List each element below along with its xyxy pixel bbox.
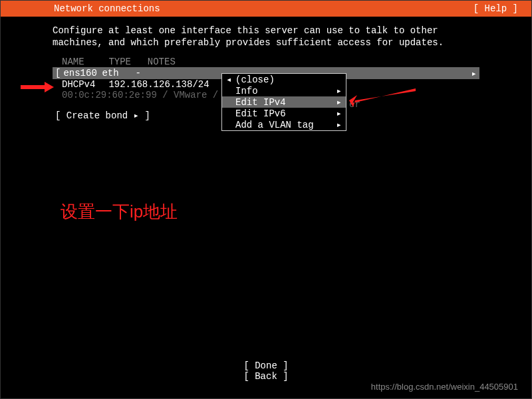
dhcp-value: 192.168.126.138/24 <box>108 79 209 90</box>
instructions-text: Configure at least one interface this se… <box>1 17 531 54</box>
page-title: Network connections <box>54 3 160 14</box>
watermark: https://blog.csdn.net/weixin_44505901 <box>371 382 518 392</box>
popup-add-vlan[interactable]: Add a VLAN tag ▸ <box>222 119 346 130</box>
done-button[interactable]: [ Done ] <box>1 360 531 371</box>
submenu-arrow-icon: ▸ <box>335 108 342 119</box>
header-bar: Network connections [ Help ] <box>1 1 531 17</box>
dhcp-label: DHCPv4 <box>62 79 103 90</box>
bracket-open: [ <box>53 68 63 78</box>
help-button[interactable]: [ Help ] <box>473 3 518 14</box>
back-arrow-icon: ◂ <box>226 74 235 85</box>
header-notes: NOTES <box>148 57 176 67</box>
header-name: NAME <box>62 57 103 67</box>
back-button[interactable]: [ Back ] <box>1 371 531 382</box>
popup-edit-ipv4[interactable]: Edit IPv4 ▸ <box>222 96 346 108</box>
footer: [ Done ] [ Back ] <box>1 360 531 382</box>
popup-close[interactable]: ◂ (close) <box>222 74 346 85</box>
annotation-arrow-left-icon <box>21 82 54 92</box>
popup-edit-ipv6-label: Edit IPv6 <box>235 108 335 119</box>
interface-type: eth <box>102 68 135 78</box>
popup-edit-ipv6[interactable]: Edit IPv6 ▸ <box>222 108 346 119</box>
expand-arrow-icon: ▸ <box>471 68 477 79</box>
popup-add-vlan-label: Add a VLAN tag <box>235 120 335 130</box>
submenu-arrow-icon: ▸ <box>335 96 342 108</box>
submenu-arrow-icon: ▸ <box>335 119 342 130</box>
popup-info-label: Info <box>235 86 335 96</box>
popup-info[interactable]: Info ▸ <box>222 85 346 96</box>
annotation-text: 设置一下ip地址 <box>61 200 178 223</box>
table-headers: NAME TYPE NOTES <box>53 57 479 67</box>
interface-name: ens160 <box>63 68 102 78</box>
annotation-arrow-right-icon <box>349 87 416 107</box>
popup-close-label: (close) <box>235 74 335 85</box>
popup-edit-ipv4-label: Edit IPv4 <box>235 97 335 108</box>
header-type: TYPE <box>108 57 142 67</box>
interface-popup-menu: ◂ (close) Info ▸ Edit IPv4 ▸ Edit IPv6 ▸… <box>221 73 346 131</box>
submenu-arrow-icon: ▸ <box>335 85 342 96</box>
